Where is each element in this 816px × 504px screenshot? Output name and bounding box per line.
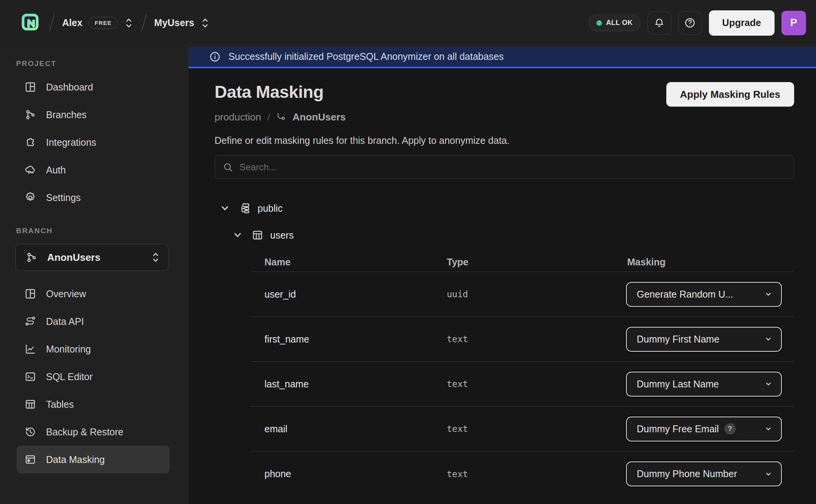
history-clock-icon	[25, 426, 36, 438]
masking-select-email[interactable]: Dummy Free Email ?	[626, 417, 782, 441]
breadcrumb-parent-branch[interactable]: production	[215, 111, 261, 123]
topbar: Alex FREE MyUsers ALL OK	[0, 0, 816, 46]
cloud-key-icon	[25, 164, 36, 176]
schema-name: public	[258, 203, 282, 214]
branch-nav: Overview Data API Monitoring SQL Editor	[0, 280, 188, 473]
help-badge-icon[interactable]: ?	[724, 423, 736, 435]
column-type: text	[433, 424, 613, 434]
breadcrumb: production / AnonUsers	[215, 111, 794, 123]
table-row-user-id: user_id uuid Generate Random U...	[251, 272, 794, 317]
plan-badge: FREE	[89, 17, 118, 29]
sidebar-item-branches[interactable]: Branches	[17, 101, 170, 128]
gear-icon	[25, 192, 36, 203]
sidebar-item-label: SQL Editor	[46, 371, 93, 382]
git-branch-icon	[26, 252, 37, 263]
masking-select-user-id[interactable]: Generate Random U...	[626, 282, 782, 307]
column-name: phone	[251, 468, 433, 479]
org-selector[interactable]: Alex FREE	[62, 17, 134, 29]
project-selector[interactable]: MyUsers	[154, 17, 210, 29]
sidebar-item-label: Backup & Restore	[46, 427, 124, 438]
column-name: last_name	[251, 379, 433, 390]
dashboard-grid-icon	[25, 81, 36, 93]
chevron-down-icon	[763, 424, 773, 434]
chevron-updown-icon	[200, 17, 210, 29]
chevron-down-icon	[763, 289, 773, 299]
sidebar-item-overview[interactable]: Overview	[17, 280, 170, 308]
apply-masking-rules-button[interactable]: Apply Masking Rules	[666, 82, 795, 107]
schema-tree: public users	[215, 200, 794, 244]
sidebar-item-monitoring[interactable]: Monitoring	[17, 335, 170, 363]
branch-section-label: BRANCH	[16, 227, 188, 235]
terminal-square-icon	[25, 371, 36, 382]
help-circle-icon	[684, 17, 695, 28]
masking-select-phone[interactable]: Dummy Phone Number	[626, 461, 782, 486]
column-name: email	[251, 423, 433, 435]
search-input[interactable]	[240, 162, 786, 173]
table-icon	[25, 399, 36, 410]
bell-icon	[654, 17, 665, 28]
table-row-phone: phone text Dummy Phone Number	[251, 451, 794, 496]
table-icon	[252, 229, 263, 241]
sidebar-item-label: Data API	[46, 316, 84, 327]
branch-selector-value: AnonUsers	[47, 252, 101, 264]
columns-table-header: Name Type Masking	[251, 257, 794, 272]
column-type: text	[433, 379, 613, 389]
sidebar-item-sql-editor[interactable]: SQL Editor	[17, 363, 170, 390]
search-icon	[223, 162, 233, 173]
columns-table: Name Type Masking user_id uuid Generate …	[251, 257, 794, 496]
child-branch-icon	[276, 112, 286, 122]
masking-select-value: Dummy First Name	[637, 334, 719, 345]
overview-grid-icon	[25, 288, 36, 300]
tree-row-schema[interactable]: public	[215, 200, 794, 217]
masking-select-last-name[interactable]: Dummy Last Name	[626, 372, 782, 397]
org-name: Alex	[62, 17, 83, 28]
sidebar-item-label: Settings	[46, 192, 81, 203]
neon-logo-icon[interactable]	[21, 13, 41, 33]
tree-row-table[interactable]: users	[215, 227, 794, 244]
sidebar-item-auth[interactable]: Auth	[17, 156, 170, 184]
status-label: ALL OK	[606, 19, 633, 27]
puzzle-icon	[25, 137, 36, 148]
upgrade-button[interactable]: Upgrade	[709, 10, 775, 36]
column-name: first_name	[251, 334, 433, 345]
page-description: Define or edit masking rules for this br…	[215, 135, 794, 146]
branch-selector[interactable]: AnonUsers	[15, 244, 168, 271]
masking-select-value: Dummy Phone Number	[637, 468, 737, 479]
sidebar-item-backup-restore[interactable]: Backup & Restore	[17, 418, 170, 446]
user-avatar[interactable]: P	[781, 11, 806, 35]
project-name: MyUsers	[154, 17, 194, 28]
sidebar-item-label: Data Masking	[46, 454, 105, 465]
help-button[interactable]	[678, 11, 702, 35]
line-chart-icon	[25, 343, 36, 355]
chevron-down-icon[interactable]	[219, 203, 231, 214]
table-row-email: email text Dummy Free Email ?	[251, 407, 794, 451]
notifications-button[interactable]	[648, 11, 671, 35]
breadcrumb-slash-icon	[141, 14, 147, 31]
sidebar-item-label: Dashboard	[46, 82, 93, 93]
column-name: user_id	[251, 289, 433, 300]
sidebar-item-label: Auth	[46, 165, 66, 176]
sidebar-item-data-api[interactable]: Data API	[17, 308, 170, 335]
sidebar-item-tables[interactable]: Tables	[17, 390, 170, 418]
page-title: Data Masking	[215, 82, 324, 102]
sidebar-item-settings[interactable]: Settings	[17, 184, 170, 211]
sidebar-item-integrations[interactable]: Integrations	[17, 128, 170, 156]
masking-select-value: Generate Random U...	[637, 289, 733, 300]
success-banner: Successfully initialized PostgreSQL Anon…	[188, 46, 816, 68]
chevron-down-icon	[763, 469, 773, 479]
banner-message: Successfully initialized PostgreSQL Anon…	[228, 51, 504, 62]
sidebar-item-dashboard[interactable]: Dashboard	[17, 73, 170, 101]
masking-select-value: Dummy Free Email	[637, 423, 719, 435]
chevron-updown-icon	[151, 251, 160, 264]
sidebar-item-data-masking[interactable]: Data Masking	[17, 446, 170, 473]
project-nav: Dashboard Branches Integrations Auth	[0, 73, 188, 211]
schema-icon	[239, 203, 251, 214]
chevron-down-icon[interactable]	[232, 229, 243, 241]
sidebar-item-label: Branches	[46, 109, 87, 120]
system-status-pill[interactable]: ALL OK	[589, 15, 641, 31]
info-icon	[209, 51, 221, 63]
table-row-last-name: last_name text Dummy Last Name	[251, 362, 794, 407]
chevron-down-icon	[763, 379, 773, 389]
masking-select-first-name[interactable]: Dummy First Name	[626, 327, 782, 352]
table-name: users	[270, 230, 294, 241]
